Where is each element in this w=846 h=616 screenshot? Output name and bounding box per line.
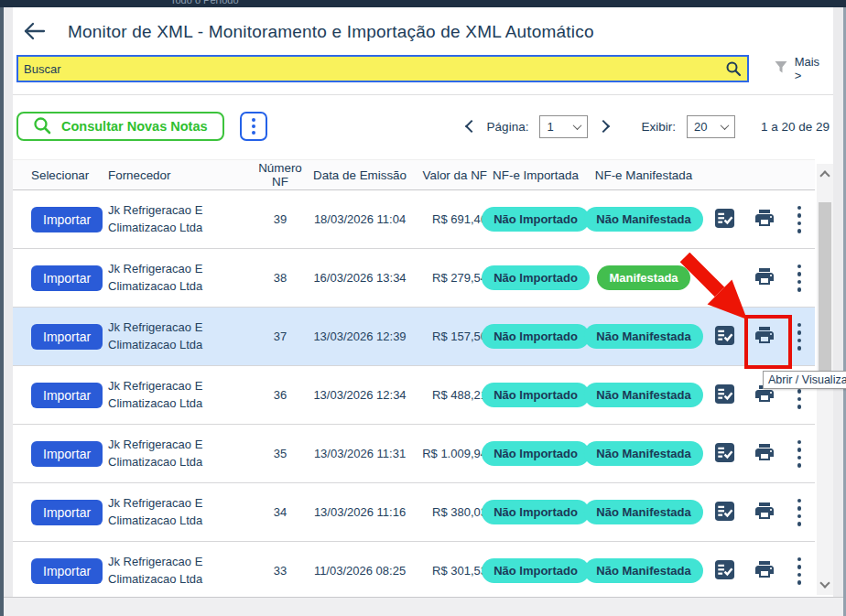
background-app-remnant: Todo o Período	[0, 0, 846, 7]
supplier-name: Jk Refrigeracao E Climatizacao Ltda	[108, 202, 225, 235]
page-label: Página:	[487, 120, 529, 134]
column-header-nfe-manifestada: NF-e Manifestada	[595, 168, 692, 182]
invoice-number: 34	[274, 505, 287, 519]
scrollbar-thumb[interactable]	[819, 202, 831, 378]
manifestada-badge: Não Manifestada	[584, 441, 702, 466]
print-button[interactable]	[754, 558, 776, 583]
header: Monitor de XML - Monitoramento e Importa…	[13, 7, 833, 55]
supplier-name: Jk Refrigeracao E Climatizacao Ltda	[108, 437, 225, 470]
arrow-left-icon	[22, 21, 46, 44]
scroll-up-button[interactable]	[819, 170, 830, 180]
page-title: Monitor de XML - Monitoramento e Importa…	[68, 22, 594, 42]
checklist-icon-button[interactable]	[714, 208, 735, 232]
toolbar-menu-button[interactable]	[240, 112, 267, 141]
funnel-icon	[774, 60, 788, 78]
supplier-name: Jk Refrigeracao E Climatizacao Ltda	[108, 261, 225, 294]
checklist-icon	[714, 384, 735, 407]
scroll-down-button[interactable]	[819, 578, 830, 588]
column-header-data-emissao: Data de Emissão	[313, 168, 407, 182]
back-button[interactable]	[22, 21, 48, 43]
imported-status-badge: Não Importado	[482, 500, 590, 524]
invoice-value: R$ 488,21	[432, 388, 487, 402]
show-label: Exibir:	[641, 120, 676, 134]
invoice-value: R$ 380,03	[432, 505, 487, 519]
supplier-name: Jk Refrigeracao E Climatizacao Ltda	[108, 554, 225, 587]
page-select[interactable]: 1	[539, 115, 588, 138]
row-menu-button[interactable]	[797, 557, 802, 585]
table-body: Importar Jk Refrigeracao E Climatizacao …	[13, 190, 815, 597]
row-menu-button[interactable]	[797, 323, 802, 351]
print-button[interactable]	[754, 265, 776, 290]
table-row: Importar Jk Refrigeracao E Climatizacao …	[13, 366, 815, 425]
row-menu-button[interactable]	[797, 499, 802, 526]
checklist-icon-button[interactable]	[714, 442, 735, 466]
imported-status-badge: Não Importado	[482, 207, 590, 232]
consult-new-notes-button[interactable]: Consultar Novas Notas	[16, 112, 224, 141]
invoice-value: R$ 279,54	[432, 271, 487, 285]
manifestada-badge: Não Manifestada	[584, 207, 702, 232]
row-menu-button[interactable]	[797, 206, 802, 233]
manifestada-badge: Não Manifestada	[584, 500, 702, 524]
imported-status-badge: Não Importado	[482, 265, 590, 290]
window-bottom-edge	[4, 597, 843, 616]
column-header-numero-nf: Número NF	[255, 161, 306, 189]
print-button[interactable]	[754, 441, 776, 466]
next-page-button[interactable]	[597, 120, 610, 133]
invoice-number: 35	[274, 447, 287, 460]
checklist-icon	[714, 501, 735, 524]
pagination: Página: 1 Exibir: 20 1 a 20 de 29	[467, 115, 830, 138]
invoice-value: R$ 301,53	[432, 564, 487, 578]
window-left-edge	[0, 7, 4, 616]
search-row: Mais >	[13, 55, 833, 82]
chevron-down-icon	[720, 121, 729, 130]
import-button[interactable]: Importar	[31, 383, 103, 408]
more-filters-button[interactable]: Mais >	[774, 55, 830, 82]
checklist-icon-button[interactable]	[714, 501, 735, 524]
import-button[interactable]: Importar	[31, 558, 103, 584]
checklist-icon-button[interactable]	[714, 384, 735, 407]
import-button[interactable]: Importar	[31, 265, 103, 291]
checklist-icon-button[interactable]	[714, 559, 735, 583]
monitor-xml-window: Todo o Período Monitor de XML - Monitora…	[0, 0, 846, 616]
chevron-down-icon	[573, 121, 582, 130]
invoice-table: Selecionar Fornecedor Número NF Data de …	[13, 159, 815, 597]
row-menu-button[interactable]	[797, 265, 802, 292]
invoice-number: 39	[274, 212, 287, 226]
imported-status-badge: Não Importado	[482, 558, 590, 583]
annotation-arrow	[678, 253, 755, 330]
invoice-number: 36	[274, 388, 287, 402]
checklist-icon	[714, 559, 735, 583]
page-size-value: 20	[694, 120, 707, 134]
issue-date: 13/03/2026 11:16	[314, 505, 406, 519]
printer-icon	[754, 500, 776, 524]
toolbar: Consultar Novas Notas Página: 1 Exibir: …	[13, 95, 833, 141]
import-button[interactable]: Importar	[31, 500, 103, 525]
issue-date: 13/03/2026 12:34	[313, 388, 406, 402]
search-icon[interactable]	[725, 60, 742, 81]
invoice-value: R$ 1.009,94	[422, 447, 487, 460]
invoice-value: R$ 691,46	[432, 212, 487, 226]
kebab-dots-icon	[797, 440, 802, 468]
issue-date: 13/03/2026 12:39	[313, 330, 406, 343]
more-filters-label: Mais >	[795, 55, 830, 82]
supplier-name: Jk Refrigeracao E Climatizacao Ltda	[108, 378, 225, 411]
page-size-select[interactable]: 20	[687, 115, 735, 138]
imported-status-badge: Não Importado	[482, 324, 590, 349]
print-button[interactable]	[754, 500, 776, 524]
invoice-value: R$ 157,50	[432, 330, 487, 343]
kebab-dots-icon	[797, 557, 802, 585]
result-range-text: 1 a 20 de 29	[761, 120, 830, 134]
search-input[interactable]	[16, 55, 749, 82]
print-button[interactable]	[754, 207, 776, 232]
supplier-name: Jk Refrigeracao E Climatizacao Ltda	[108, 495, 225, 528]
import-button[interactable]: Importar	[31, 324, 103, 350]
import-button[interactable]: Importar	[31, 207, 103, 232]
checklist-icon	[714, 442, 735, 466]
issue-date: 11/03/2026 08:25	[314, 564, 406, 578]
imported-status-badge: Não Importado	[482, 383, 590, 407]
issue-date: 16/03/2026 13:34	[313, 271, 406, 285]
import-button[interactable]: Importar	[31, 441, 103, 467]
previous-page-button[interactable]	[465, 120, 478, 133]
row-menu-button[interactable]	[797, 440, 802, 468]
manifestada-badge: Manifestada	[597, 265, 689, 290]
